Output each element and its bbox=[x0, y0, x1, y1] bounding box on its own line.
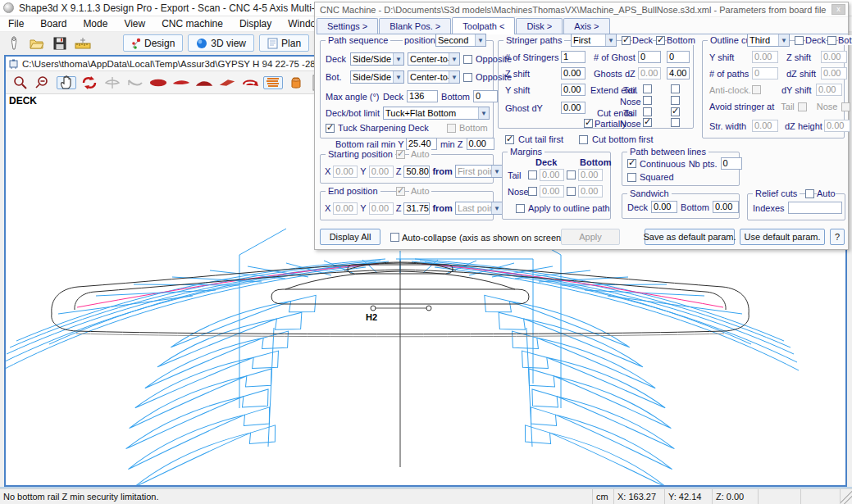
outline-deck-checkbox[interactable] bbox=[795, 36, 804, 45]
margin-tail-deck-field: 0.00 bbox=[540, 169, 564, 181]
stringer-order-select[interactable]: First▼ bbox=[571, 34, 617, 47]
blank-view-icon[interactable] bbox=[286, 73, 306, 93]
bot-opposite-checkbox[interactable] bbox=[463, 73, 472, 82]
pan-hand-icon[interactable] bbox=[57, 76, 76, 89]
tuck-sharpening-checkbox[interactable] bbox=[326, 124, 335, 133]
limit-select[interactable]: Tuck+Flat Bottom▼ bbox=[383, 107, 490, 120]
outline-order-select[interactable]: Third▼ bbox=[747, 34, 790, 47]
z-shift-field[interactable]: 0.00 bbox=[561, 67, 585, 79]
extend-tail-deck-checkbox[interactable] bbox=[643, 84, 652, 93]
status-x: X: 163.27 bbox=[614, 489, 665, 504]
outline-view-icon[interactable] bbox=[148, 73, 168, 93]
menu-view[interactable]: View bbox=[116, 16, 153, 31]
tab-settings[interactable]: Settings > bbox=[317, 18, 378, 34]
3d-slab-icon[interactable] bbox=[217, 73, 237, 93]
profile-view-icon[interactable] bbox=[171, 73, 191, 93]
extend-nose-deck-checkbox[interactable] bbox=[643, 96, 652, 105]
save-default-button[interactable]: Save as default param. bbox=[645, 229, 735, 245]
bot-center-select[interactable]: Center-to-▼ bbox=[408, 70, 460, 84]
status-y: Y: 42.14 bbox=[665, 489, 713, 504]
tab-disk[interactable]: Disk > bbox=[516, 18, 563, 34]
toolpath-view-icon[interactable] bbox=[263, 76, 283, 89]
sandwich-deck-field[interactable]: 0.00 bbox=[651, 201, 677, 213]
num-stringers-label: # of Stringers bbox=[505, 52, 558, 62]
resize-grip[interactable] bbox=[841, 489, 852, 504]
max-angle-bottom-field[interactable]: 0 bbox=[473, 90, 498, 102]
menu-display[interactable]: Display bbox=[231, 16, 280, 31]
margin-nose-bottom-checkbox[interactable] bbox=[567, 187, 576, 196]
zoom-out-icon[interactable] bbox=[34, 73, 53, 93]
ghost-dy-field[interactable]: 0.00 bbox=[561, 102, 585, 114]
margins-tail-label: Tail bbox=[508, 170, 526, 180]
menu-board[interactable]: Board bbox=[32, 16, 75, 31]
cut-ends-nose-deck-checkbox[interactable] bbox=[643, 118, 652, 127]
chevron-down-icon: ▼ bbox=[475, 34, 485, 46]
close-icon[interactable]: x bbox=[831, 4, 845, 15]
continuous-checkbox[interactable] bbox=[627, 159, 636, 168]
min-z-field[interactable]: 0.00 bbox=[467, 138, 494, 150]
end-z-field[interactable]: 31.75 bbox=[403, 202, 430, 215]
nb-pts-field[interactable]: 0 bbox=[721, 157, 742, 170]
cut-ends-tail-deck-checkbox[interactable] bbox=[643, 107, 652, 116]
margin-tail-deck-checkbox[interactable] bbox=[528, 170, 537, 179]
deck-center-select[interactable]: Center-to-▼ bbox=[408, 52, 460, 66]
max-angle-deck-field[interactable]: 136 bbox=[407, 90, 438, 102]
open-folder-icon[interactable] bbox=[28, 35, 46, 52]
rotate-view-icon[interactable] bbox=[80, 73, 99, 93]
cut-tail-first-checkbox[interactable] bbox=[505, 135, 514, 144]
ghost-paths-deck-field[interactable]: 0 bbox=[638, 51, 661, 63]
extend-tail-bottom-checkbox[interactable] bbox=[671, 84, 680, 93]
squared-checkbox[interactable] bbox=[627, 173, 636, 182]
outline-bottom-checkbox[interactable] bbox=[827, 36, 836, 45]
bottom-rail-field[interactable]: 25.40 bbox=[406, 138, 437, 150]
stringer-bottom-checkbox[interactable] bbox=[656, 36, 665, 45]
cut-ends-nose-bottom-checkbox[interactable] bbox=[671, 118, 680, 127]
cut-bottom-first-checkbox[interactable] bbox=[579, 135, 588, 144]
menu-cnc-machine[interactable]: CNC machine bbox=[153, 16, 231, 31]
margin-tail-bottom-checkbox[interactable] bbox=[567, 170, 576, 179]
chevron-down-icon: ▼ bbox=[449, 53, 459, 65]
relief-auto-checkbox[interactable] bbox=[805, 189, 814, 198]
menu-file[interactable]: File bbox=[0, 16, 32, 31]
cut-first-row: Cut tail first Cut bottom first bbox=[505, 134, 654, 144]
num-stringers-field[interactable]: 1 bbox=[561, 51, 585, 63]
stringer-deck-checkbox[interactable] bbox=[622, 36, 631, 45]
indexes-field[interactable] bbox=[788, 202, 842, 214]
design-button[interactable]: Design bbox=[123, 34, 183, 52]
bottom-rail-label: Bottom rail min Y bbox=[335, 139, 403, 149]
plan-button[interactable]: Plan bbox=[259, 34, 309, 52]
pointer-tool-icon[interactable] bbox=[5, 35, 23, 52]
ghost-paths-bottom-field[interactable]: 0 bbox=[667, 51, 690, 63]
deck-opposite-checkbox[interactable] bbox=[463, 55, 472, 64]
margin-nose-deck-checkbox[interactable] bbox=[528, 187, 537, 196]
sandwich-bottom-field[interactable]: 0.00 bbox=[713, 201, 739, 213]
partially-checkbox[interactable] bbox=[584, 119, 593, 128]
dialog-title-bar: CNC Machine - D:\Documents\S3d models\Ma… bbox=[315, 2, 848, 17]
end-auto-label: Auto bbox=[409, 186, 431, 196]
tab-toolpath[interactable]: Toolpath < bbox=[452, 17, 515, 34]
start-z-field[interactable]: 50.80 bbox=[403, 166, 430, 178]
tab-blank-pos[interactable]: Blank Pos. > bbox=[379, 18, 451, 34]
y-shift-field[interactable]: 0.00 bbox=[561, 84, 585, 96]
sandwich-deck-label: Deck bbox=[627, 202, 648, 212]
position-select[interactable]: Second▼ bbox=[435, 34, 486, 47]
use-default-button[interactable]: Use default param. bbox=[740, 229, 825, 245]
display-all-button[interactable]: Display All bbox=[320, 229, 380, 245]
ghost-dz-bottom-field[interactable]: 4.00 bbox=[667, 67, 690, 79]
dimensions-tool-icon[interactable] bbox=[74, 35, 92, 52]
zoom-in-icon[interactable] bbox=[11, 73, 30, 93]
flip-view-icon[interactable] bbox=[240, 73, 260, 93]
slice-view-icon[interactable] bbox=[194, 73, 214, 93]
auto-collapse-checkbox[interactable] bbox=[390, 233, 399, 242]
bot-sequence-select[interactable]: Side/Side▼ bbox=[350, 70, 404, 84]
3d-view-button[interactable]: 3D view bbox=[188, 34, 254, 52]
cut-ends-tail-bottom-checkbox[interactable] bbox=[671, 107, 680, 116]
sandwich-group: Sandwich Deck 0.00 Bottom 0.00 bbox=[622, 193, 740, 219]
deck-sequence-select[interactable]: Side/Side▼ bbox=[350, 52, 404, 66]
tab-axis[interactable]: Axis > bbox=[563, 18, 609, 34]
apply-outline-checkbox[interactable] bbox=[516, 204, 525, 213]
menu-mode[interactable]: Mode bbox=[75, 16, 116, 31]
dialog-help-button[interactable]: ? bbox=[830, 229, 845, 245]
save-icon[interactable] bbox=[51, 35, 69, 52]
extend-nose-bottom-checkbox[interactable] bbox=[671, 96, 680, 105]
